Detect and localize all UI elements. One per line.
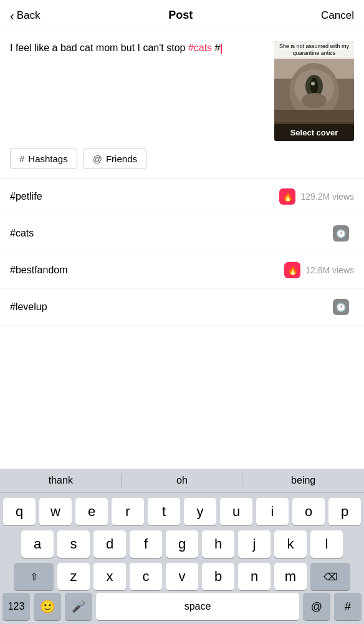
key-r[interactable]: r <box>112 498 144 525</box>
recent-badge: 🕐 <box>333 299 349 315</box>
key-i[interactable]: i <box>256 498 289 525</box>
hashtag-name: #bestfandom <box>10 265 279 276</box>
keyboard: thank oh being q w e r t y u i o p a s d… <box>0 469 364 624</box>
numbers-key[interactable]: 123 <box>2 593 30 620</box>
caption-text: I feel like a bad cat mom but I can't st… <box>10 42 222 53</box>
hashtag-suggestions: #petlife 🔥 129.2M views #cats 🕐 #bestfan… <box>0 178 364 326</box>
key-rows: q w e r t y u i o p a s d f g h j k l ⇧ … <box>0 493 364 593</box>
hashtag-icon: # <box>19 154 24 164</box>
cancel-button[interactable]: Cancel <box>321 9 354 22</box>
key-o[interactable]: o <box>292 498 325 525</box>
header: ‹ Back Post Cancel <box>0 0 364 31</box>
key-h[interactable]: h <box>202 530 234 558</box>
caption-text-after: # <box>212 42 220 53</box>
hashtag-views: 12.8M views <box>305 265 354 275</box>
hashtag-name: #cats <box>10 228 328 239</box>
predictive-word-being[interactable]: being <box>242 469 364 492</box>
key-row-2: a s d f g h j k l <box>2 530 362 558</box>
predictive-word-oh[interactable]: oh <box>122 469 243 492</box>
key-row-3: ⇧ z x c v b n m ⌫ <box>2 563 362 590</box>
mic-key[interactable]: 🎤 <box>65 593 92 620</box>
action-buttons: # Hashtags @ Friends <box>0 149 364 178</box>
hash-key[interactable]: # <box>334 593 362 620</box>
thumbnail-container[interactable]: She is not assumed with my quarantine an… <box>274 41 354 141</box>
key-s[interactable]: s <box>57 530 90 558</box>
key-w[interactable]: w <box>39 498 72 525</box>
content-area: I feel like a bad cat mom but I can't st… <box>0 31 364 149</box>
key-m[interactable]: m <box>274 563 307 590</box>
svg-point-5 <box>310 77 318 95</box>
key-a[interactable]: a <box>21 530 54 558</box>
svg-point-9 <box>302 93 327 108</box>
key-x[interactable]: x <box>93 563 126 590</box>
caption-hashtag: #cats <box>188 42 212 53</box>
trending-badge: 🔥 <box>284 262 300 278</box>
friends-button[interactable]: @ Friends <box>84 149 146 169</box>
hashtag-name: #petlife <box>10 191 274 202</box>
back-button[interactable]: ‹ Back <box>10 9 40 22</box>
svg-point-6 <box>311 82 315 85</box>
bottom-row: 123 🙂 🎤 space @ # <box>0 593 364 624</box>
hashtag-item-cats[interactable]: #cats 🕐 <box>0 215 364 252</box>
thumbnail-overlay-text: She is not assumed with my quarantine an… <box>274 41 354 59</box>
caption-area[interactable]: I feel like a bad cat mom but I can't st… <box>10 41 267 55</box>
key-row-1: q w e r t y u i o p <box>2 498 362 525</box>
key-p[interactable]: p <box>328 498 361 525</box>
friends-label: Friends <box>106 154 137 164</box>
trending-badge: 🔥 <box>279 188 295 205</box>
key-j[interactable]: j <box>238 530 271 558</box>
key-v[interactable]: v <box>166 563 198 590</box>
hashtag-item-petlife[interactable]: #petlife 🔥 129.2M views <box>0 178 364 215</box>
key-e[interactable]: e <box>75 498 108 525</box>
key-l[interactable]: l <box>310 530 343 558</box>
predictive-row: thank oh being <box>0 469 364 493</box>
hashtag-item-levelup[interactable]: #levelup 🕐 <box>0 289 364 326</box>
hashtags-label: Hashtags <box>28 154 67 164</box>
recent-badge: 🕐 <box>333 225 349 241</box>
chevron-left-icon: ‹ <box>10 9 14 22</box>
key-y[interactable]: y <box>184 498 216 525</box>
key-f[interactable]: f <box>130 530 162 558</box>
hashtag-item-bestfandom[interactable]: #bestfandom 🔥 12.8M views <box>0 252 364 289</box>
page-title: Post <box>168 9 193 22</box>
back-label: Back <box>17 9 41 22</box>
caption-text-before: I feel like a bad cat mom but I can't st… <box>10 42 188 53</box>
hashtag-name: #levelup <box>10 301 328 313</box>
space-key[interactable]: space <box>96 593 299 620</box>
key-d[interactable]: d <box>93 530 126 558</box>
key-q[interactable]: q <box>3 498 36 525</box>
select-cover-label[interactable]: Select cover <box>274 124 354 141</box>
shift-key[interactable]: ⇧ <box>14 563 54 590</box>
at-icon: @ <box>93 154 102 164</box>
key-z[interactable]: z <box>57 563 90 590</box>
emoji-key[interactable]: 🙂 <box>34 593 61 620</box>
text-cursor <box>221 44 222 54</box>
at-key[interactable]: @ <box>303 593 330 620</box>
key-c[interactable]: c <box>130 563 162 590</box>
backspace-key[interactable]: ⌫ <box>310 563 350 590</box>
key-k[interactable]: k <box>274 530 307 558</box>
key-t[interactable]: t <box>148 498 180 525</box>
key-n[interactable]: n <box>238 563 271 590</box>
hashtag-views: 129.2M views <box>300 192 354 202</box>
hashtags-button[interactable]: # Hashtags <box>10 149 77 169</box>
key-g[interactable]: g <box>166 530 198 558</box>
key-b[interactable]: b <box>202 563 234 590</box>
predictive-word-thank[interactable]: thank <box>0 469 122 492</box>
key-u[interactable]: u <box>220 498 252 525</box>
